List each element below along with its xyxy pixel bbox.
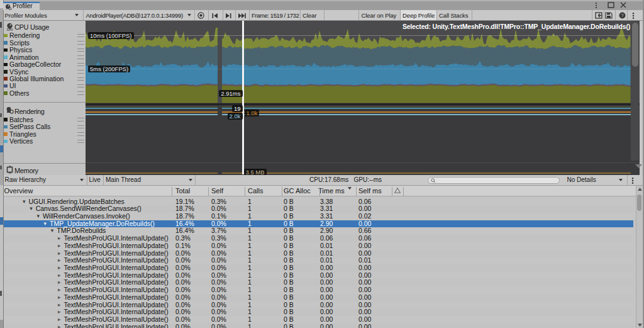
svg-text:CPU: CPU (6, 28, 13, 31)
svg-text:?: ? (621, 13, 623, 18)
